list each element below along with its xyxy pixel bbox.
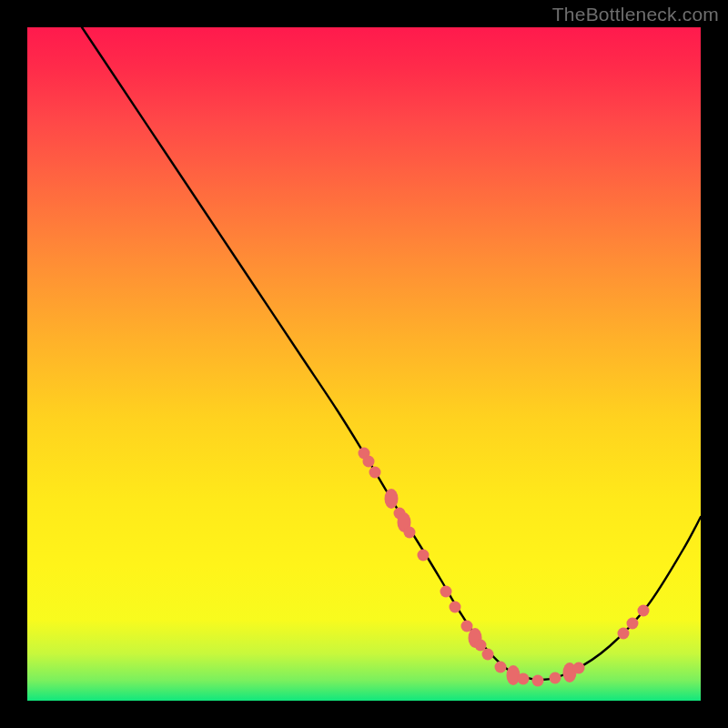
curve-marker [627, 618, 639, 630]
curve-marker [450, 602, 461, 613]
curve-marker [518, 673, 530, 685]
attribution-text: TheBottleneck.com [552, 4, 719, 25]
chart-svg [27, 27, 701, 701]
curve-marker [550, 672, 561, 684]
curve-marker [573, 662, 585, 674]
curve-marker [404, 527, 416, 539]
curve-marker [638, 605, 650, 617]
curve-marker [440, 586, 452, 598]
curve-marker [507, 665, 521, 685]
curve-marker [482, 649, 494, 661]
curve-marker [532, 675, 544, 687]
bottleneck-curve [82, 27, 701, 680]
curve-marker [385, 489, 399, 509]
curve-marker [495, 662, 507, 673]
curve-marker [363, 456, 375, 468]
curve-marker [369, 467, 381, 479]
chart-plot-area [27, 27, 701, 701]
curve-marker [618, 628, 630, 640]
curve-marker [418, 550, 430, 561]
